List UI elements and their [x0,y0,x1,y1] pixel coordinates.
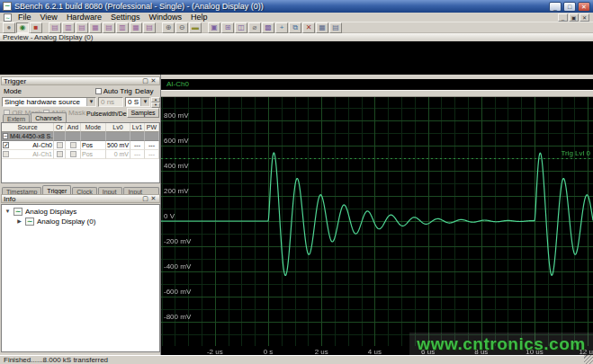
samples-button[interactable]: Samples [127,108,159,118]
table-row-ai-ch1[interactable]: AI-Ch1Pos0 mV------ [2,150,159,159]
record-icon[interactable]: ● [3,22,15,33]
mode-cell[interactable]: Pos [81,150,106,159]
auto-trig-checkbox-box[interactable] [95,88,102,94]
menu-file[interactable]: File [13,13,36,22]
split-display-icon[interactable]: ⧉ [289,22,301,33]
tab-extern[interactable]: Extern [3,114,30,122]
resize-grip[interactable] [584,355,593,364]
zoom-in-icon[interactable]: ⊕ [162,22,175,33]
chevron-down-icon[interactable]: ▼ [86,98,95,106]
new-analog-display-icon[interactable]: ▣ [208,22,220,33]
menu-settings[interactable]: Settings [106,13,145,22]
pw-cell[interactable]: --- [145,150,159,159]
close-display-icon[interactable]: ✕ [302,22,315,33]
signal-table-icon[interactable]: ▦ [316,22,328,33]
table-row-card[interactable]: −M4i.4450-x8 S... [2,132,159,141]
new-digital-display-icon[interactable]: ⊞ [221,22,234,33]
and-checkbox[interactable] [70,151,76,157]
or-checkbox[interactable] [57,151,63,157]
display-scroll-strip[interactable] [161,90,593,97]
card-cell [145,132,159,141]
oscilloscope-plot[interactable] [161,97,593,355]
channel-tab-ai-ch0[interactable]: AI-Ch0 [166,80,189,88]
column-header-source: Source [2,123,54,132]
card-gated-icon[interactable]: ▦ [89,22,102,33]
trigger-mode-select[interactable]: Single hardware source ▼ [2,97,96,107]
minimize-child-button[interactable]: _ [558,13,568,22]
delay-spinner[interactable]: ▲ ▼ [151,97,160,107]
preview-caption: Preview - Analog Display (0) [0,33,593,41]
delay-value: 0 S [128,98,140,106]
delay-select[interactable]: 0 S ▼ [125,97,150,107]
menu-view[interactable]: View [36,13,62,22]
auto-trig-timeout-field[interactable]: 0 ns [98,97,123,107]
lv0-cell[interactable]: 500 mV [106,141,130,150]
maximize-button[interactable]: □ [563,2,576,12]
pw-cell[interactable]: --- [145,141,159,150]
card-input-icon[interactable]: ▥ [62,22,75,33]
close-icon[interactable]: ✕ [149,77,157,84]
zoom-out-icon[interactable]: ⊖ [175,22,188,33]
lv1-cell[interactable]: --- [130,141,145,150]
info-panel-header: Info ▢ ✕ [1,194,160,203]
chevron-down-icon[interactable]: ▼ [140,98,149,106]
card-aba-icon[interactable]: ▥ [116,22,129,33]
close-icon[interactable]: ✕ [149,195,157,202]
tree-item-analog-display-0[interactable]: ▶ ∼ Analog Display (0) [2,217,159,226]
layout-grid-icon[interactable]: ▤ [329,22,342,33]
channel-enable-checkbox[interactable]: ✓ [3,142,9,148]
tab-channels[interactable]: Channels [31,112,67,122]
dock-icon[interactable]: ▢ [141,195,149,202]
card-fifo-icon[interactable]: ▤ [76,22,88,33]
display-settings-icon[interactable]: ▩ [262,22,274,33]
menu-help[interactable]: Help [186,13,212,22]
tree-expander-icon[interactable]: ▼ [4,207,11,217]
or-cell[interactable] [54,150,66,159]
card-clock-icon[interactable]: ▤ [143,22,156,33]
export-icon[interactable]: ▬ [189,22,202,33]
table-row-ai-ch0[interactable]: ✓AI-Ch0Pos500 mV------ [2,141,159,150]
dock-icon[interactable]: ▢ [141,77,149,84]
and-cell[interactable] [66,141,81,150]
lv0-cell[interactable]: 0 mV [106,150,130,159]
close-button[interactable]: ✕ [578,2,590,12]
card-multi-icon[interactable]: ▤ [103,22,115,33]
tree-expander-icon[interactable]: ▶ [16,217,22,226]
restore-child-button[interactable]: ▣ [569,13,579,22]
trigger-mode-value: Single hardware source [4,98,86,106]
or-cell[interactable] [54,141,66,150]
channel-name: AI-Ch1 [11,150,52,158]
auto-trig-checkbox[interactable]: Auto Trig [95,88,132,95]
and-checkbox[interactable] [70,142,76,148]
channel-source-cell: AI-Ch1 [2,150,54,159]
card-timestamp-icon[interactable]: ▦ [130,22,142,33]
channel-enable-checkbox[interactable] [3,151,9,157]
minimize-button[interactable]: _ [549,2,562,12]
close-child-button[interactable]: ✕ [580,13,589,22]
auto-trig-label: Auto Trig [103,87,132,95]
lv1-cell[interactable]: --- [130,150,145,159]
tree-item-label: Analog Displays [25,207,76,217]
add-to-display-icon[interactable]: ◫ [235,22,247,33]
and-cell[interactable] [66,150,81,159]
channel-tab-bar: AI-Ch0 [161,79,593,90]
window-title: SBench 6.2.1 build 8080 (Professional - … [14,2,549,11]
watermark: www.cntronics.com [409,333,593,355]
collapse-icon[interactable]: − [3,133,8,139]
tree-item-analog-displays[interactable]: ▼ ∼ Analog Displays [2,207,159,217]
stop-icon[interactable]: ■ [30,22,42,33]
column-header-or: Or [54,123,66,132]
preview-display-area[interactable] [0,41,593,75]
menu-items: FileViewHardwareSettingsWindowsHelp [13,13,211,22]
menu-windows[interactable]: Windows [144,13,186,22]
cursor-icon[interactable]: + [275,22,288,33]
preview-start-icon[interactable]: ◉ [16,22,29,33]
tree-item-label: Analog Display (0) [37,217,95,226]
trigger-panel-title: Trigger [4,77,141,84]
card-info-icon[interactable]: ▤ [49,22,61,33]
menu-hardware[interactable]: Hardware [62,13,106,22]
remove-from-display-icon[interactable]: ⌀ [248,22,261,33]
mode-cell[interactable]: Pos [81,141,106,150]
or-checkbox[interactable] [57,142,63,148]
mode-label: Mode [4,88,22,95]
